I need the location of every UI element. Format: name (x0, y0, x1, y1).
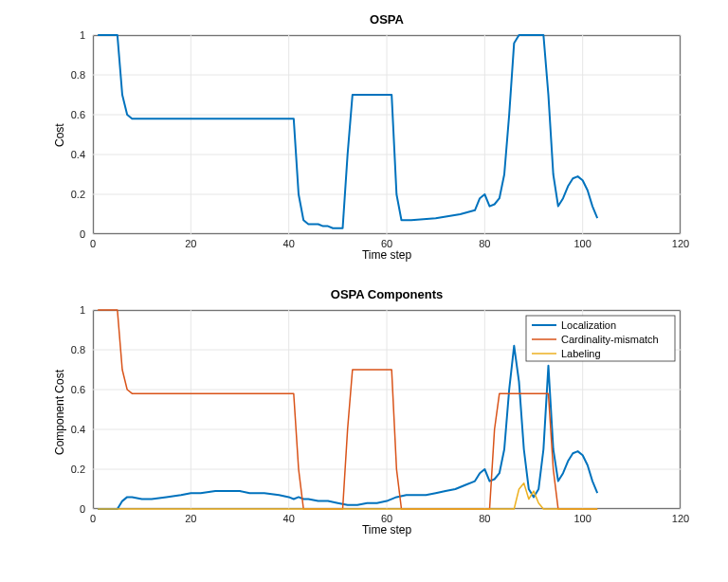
svg-text:1: 1 (80, 304, 85, 316)
ospa-components-ylabel: Component Cost (53, 370, 66, 455)
svg-text:0.6: 0.6 (71, 109, 85, 120)
ospa-ylabel: Cost (53, 123, 66, 147)
legend-label-cardinality: Cardinality-mismatch (561, 334, 659, 345)
ospa-components-panel: OSPA Components Component Cost Localizat… (93, 310, 681, 509)
ospa-xlabel: Time step (93, 248, 681, 262)
ospa-components-title: OSPA Components (93, 287, 681, 301)
ospa-title: OSPA (93, 12, 681, 27)
svg-text:0: 0 (80, 228, 85, 240)
svg-text:0.2: 0.2 (71, 464, 85, 475)
ospa-panel: OSPA Cost 020406080100120 00.20.40.60.81… (93, 35, 681, 234)
svg-text:0: 0 (80, 503, 85, 515)
ospa-axes: 020406080100120 00.20.40.60.81 (93, 35, 681, 234)
figure-window: OSPA Cost 020406080100120 00.20.40.60.81… (0, 0, 728, 582)
legend: Localization Cardinality-mismatch Labeli… (526, 316, 675, 361)
svg-text:1: 1 (80, 29, 85, 41)
ospa-components-xlabel: Time step (93, 523, 681, 537)
ospa-components-axes: Localization Cardinality-mismatch Labeli… (93, 310, 681, 509)
svg-text:0.4: 0.4 (71, 149, 85, 160)
svg-text:0.4: 0.4 (71, 424, 85, 435)
legend-label-labeling: Labeling (561, 348, 601, 359)
svg-text:0.2: 0.2 (71, 189, 85, 200)
svg-text:0.8: 0.8 (71, 69, 85, 81)
legend-label-localization: Localization (561, 319, 616, 331)
svg-text:0.8: 0.8 (71, 344, 85, 355)
svg-text:0.6: 0.6 (71, 384, 85, 395)
